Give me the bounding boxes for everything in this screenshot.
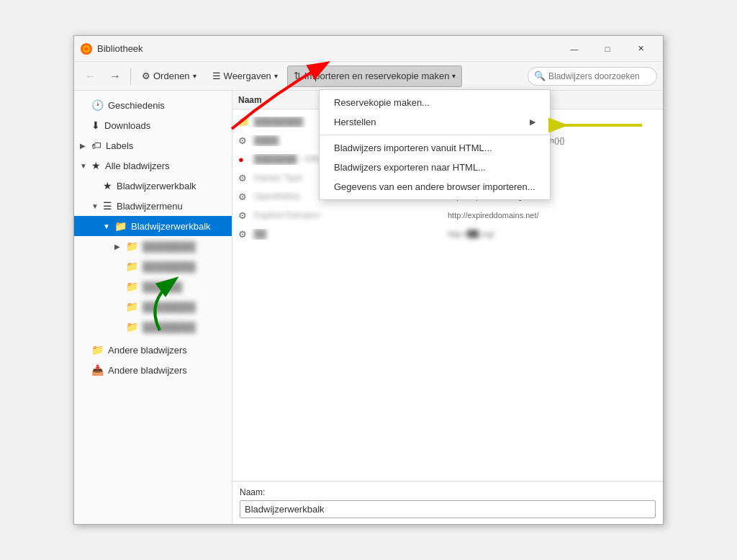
sidebar-item-label: Alle bladwijzers [105,161,170,171]
sidebar-item-label: Bladwijzerwerkbalk [131,221,211,232]
history-icon: 🕐 [91,99,104,111]
sidebar-item-label: ████████ [143,302,196,312]
expand-icon: ▶ [80,142,89,150]
settings-icon: ⚙ [238,173,250,184]
sidebar-item-bladwijzerwerkbalk-1[interactable]: ★ Bladwijzerwerkbalk [74,176,232,196]
chevron-down-icon-views: ▾ [274,72,278,80]
bookmark-url: http://expireddomains.net/ [448,211,657,220]
gear-icon: ⚙ [142,71,150,81]
expand-icon: ▼ [80,162,89,170]
import-button[interactable]: ⇅ Importeren en reservekopie maken ▾ [287,66,463,87]
sidebar-item-geschiedenis[interactable]: 🕐 Geschiedenis [74,95,232,115]
bibliotheek-window: Bibliotheek — □ ✕ ← → ⚙ Ordenen ▾ ☰ Weer… [73,35,664,525]
sidebar-item-andere-2[interactable]: 📥 Andere bladwijzers [74,360,232,380]
sidebar-item-label: ██████ [143,281,182,292]
bookmark-name: ██ [254,229,266,239]
menu-separator-1 [320,135,550,135]
sidebar-item-label: Bladwijzerwerkbalk [117,181,196,191]
sidebar-item-subfolder-4[interactable]: 📁 ████████ [74,297,232,317]
folder-icon: 📁 [126,321,138,333]
sidebar-item-label: Labels [106,140,133,151]
bookmark-name: OpenRefine [254,191,300,202]
menu-item-import-browser[interactable]: Gegevens van een andere browser importer… [320,177,550,197]
settings-icon: ⚙ [238,135,250,146]
chevron-down-icon-import: ▾ [452,72,456,80]
settings-icon: ⚙ [238,210,250,221]
views-button[interactable]: ☰ Weergaven ▾ [206,66,284,87]
search-input[interactable] [548,71,656,81]
tag-icon: 🏷 [91,140,101,151]
sidebar-item-alle-bladwijzers[interactable]: ▼ ★ Alle bladwijzers [74,155,232,176]
submenu-arrow: ▶ [530,117,535,127]
red-circle-icon: ● [238,154,250,165]
settings-icon: ⚙ [238,229,250,240]
chevron-down-icon: ▾ [193,72,196,80]
folder-icon: 📁 [238,117,250,127]
close-button[interactable]: ✕ [624,39,657,59]
settings-icon: ⚙ [238,191,250,202]
sidebar-item-subfolder-3[interactable]: 📁 ██████ [74,276,232,297]
firefox-icon [80,42,93,55]
sidebar-item-subfolder-5[interactable]: 📁 ████████ [74,317,232,337]
sidebar-item-andere-1[interactable]: 📁 Andere bladwijzers [74,340,232,360]
folder-icon: 📁 [126,281,138,292]
bookmark-name: ████████ [254,117,303,127]
sidebar-item-label: Downloads [104,120,150,131]
toolbar-divider-1 [130,68,131,85]
sidebar-item-label: Andere bladwijzers [108,365,187,376]
search-box[interactable]: 🔍 [528,67,657,86]
import-export-icon: ⇅ [294,71,302,81]
sidebar-item-subfolder-1[interactable]: ▶ 📁 ████████ [74,236,232,256]
search-icon: 🔍 [534,71,546,81]
bookmark-name: ████ [254,135,279,145]
download-icon: ⬇ [91,119,100,131]
forward-button[interactable]: → [104,66,126,87]
list-row[interactable]: ⚙ ██ http://██.org/ [232,225,663,243]
back-button[interactable]: ← [80,66,101,87]
bottom-panel: Naam: [232,481,663,524]
menu-icon: ☰ [103,200,112,212]
menu-item-import-html[interactable]: Bladwijzers importeren vanuit HTML... [320,138,550,158]
folder-icon: 📁 [126,261,138,272]
expand-icon: ▼ [91,202,100,210]
menu-item-backup[interactable]: Reservekopie maken... [320,93,550,112]
star-icon-2: ★ [103,180,112,191]
star-icon: ★ [91,160,101,171]
list-row[interactable]: ⚙ Expired Domains http://expireddomains.… [232,206,663,225]
bookmark-name-input[interactable] [240,500,656,518]
maximize-button[interactable]: □ [591,39,624,59]
sidebar-item-downloads[interactable]: ⬇ Downloads [74,115,232,135]
sidebar-item-label: Andere bladwijzers [108,345,187,356]
sidebar: 🕐 Geschiedenis ⬇ Downloads ▶ 🏷 Labels [74,91,232,524]
titlebar: Bibliotheek — □ ✕ [74,36,663,62]
sidebar-item-bladwijzerwerkbalk-selected[interactable]: ▼ 📁 Bladwijzerwerkbalk [74,216,232,236]
sidebar-item-subfolder-2[interactable]: 📁 ████████ [74,256,232,276]
toolbar: ← → ⚙ Ordenen ▾ ☰ Weergaven ▾ ⇅ Importer… [74,62,663,91]
sidebar-item-bladwijzermenu[interactable]: ▼ ☰ Bladwijzermenu [74,196,232,216]
bookmark-name: Hacker Type [254,173,302,183]
folder-icon-2: 📁 [91,344,104,356]
expand-icon: ▶ [114,243,123,250]
organize-button[interactable]: ⚙ Ordenen ▾ [135,66,203,87]
window-controls: — □ ✕ [558,39,657,59]
menu-item-export-html[interactable]: Bladwijzers exporteren naar HTML... [320,158,550,177]
expand-icon: ▼ [103,222,112,230]
window-title: Bibliotheek [97,43,558,54]
inbox-icon: 📥 [91,364,104,376]
svg-point-2 [85,47,89,50]
bookmark-url: http://██.org/ [448,230,657,238]
sidebar-item-label: Bladwijzermenu [117,201,183,212]
folder-icon: 📁 [126,240,138,252]
menu-item-restore[interactable]: Herstellen ▶ [320,112,550,132]
sidebar-item-labels[interactable]: ▶ 🏷 Labels [74,135,232,155]
bookmark-name: Expired Domains [254,210,320,220]
folder-icon: 📁 [114,220,127,232]
bottom-label: Naam: [240,487,656,497]
folder-icon: 📁 [126,301,138,312]
import-dropdown-menu: Reservekopie maken... Herstellen ▶ Bladw… [319,89,551,200]
sidebar-item-label: ████████ [143,322,196,333]
sidebar-item-label: Geschiedenis [108,100,165,111]
sidebar-item-label: ████████ [143,241,196,252]
sidebar-item-label: ████████ [143,261,196,272]
minimize-button[interactable]: — [558,39,591,59]
